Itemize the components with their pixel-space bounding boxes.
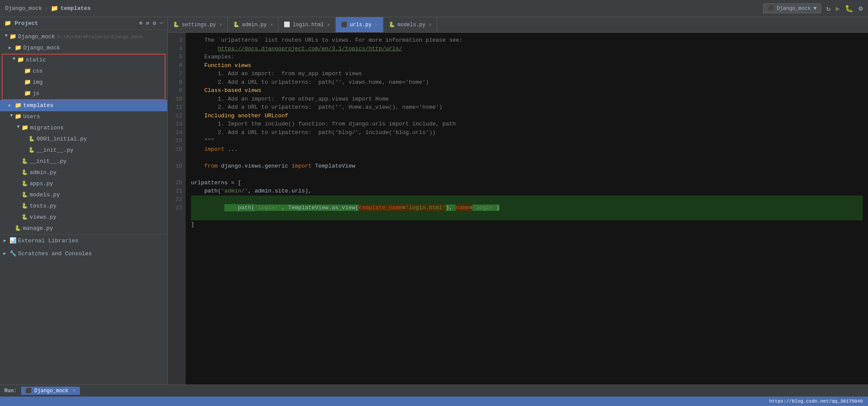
add-icon[interactable]: ⊕ bbox=[139, 20, 143, 27]
tree-django-mock[interactable]: ▶ 📁 Django_mock bbox=[0, 43, 167, 54]
gear-icon[interactable]: ⚙ bbox=[153, 20, 156, 27]
py-icon-init-migrations: 🐍 bbox=[28, 146, 35, 155]
tab-login-html[interactable]: ⬜ login.html × bbox=[279, 17, 336, 32]
sidebar-tree: ▶ 📁 Django_mock D:\PycharmProjects\Djang… bbox=[0, 30, 167, 385]
css-folder-icon: 📁 bbox=[24, 67, 31, 76]
django-mock-folder-icon: 📁 bbox=[15, 43, 21, 53]
tab-label-models: models.py bbox=[398, 22, 426, 28]
project-dropdown[interactable]: ⬛ Django_mock ▼ bbox=[763, 3, 821, 13]
code-line-16: import ... bbox=[191, 145, 863, 154]
sidebar-bottom: ▶ 📊 External Libraries ▶ 🔧 Scratches and… bbox=[0, 234, 167, 260]
tab-admin-py[interactable]: 🐍 admin.py × bbox=[228, 17, 279, 32]
sidebar: 📁 Project ⊕ ⇄ ⚙ — ▶ 📁 Django_mock D:\Pyc… bbox=[0, 17, 168, 385]
py-icon-init-users: 🐍 bbox=[21, 157, 28, 166]
tab-icon-admin: 🐍 bbox=[233, 21, 239, 28]
tab-settings-py[interactable]: 🐍 settings.py × bbox=[168, 17, 228, 32]
tree-models-py[interactable]: 🐍 models.py bbox=[0, 189, 167, 201]
tree-root[interactable]: ▶ 📁 Django_mock D:\PycharmProjects\Djang… bbox=[0, 31, 167, 43]
tree-static[interactable]: ▶ 📁 static bbox=[3, 55, 165, 66]
tab-icon-settings: 🐍 bbox=[173, 21, 179, 28]
code-editor[interactable]: 3 4 5 6 7 8 9 10 11 12 13 14 15 16 17 18… bbox=[168, 33, 868, 385]
refresh-icon[interactable]: ↻ bbox=[826, 4, 831, 13]
js-label: js bbox=[33, 89, 40, 98]
code-line-13: 1. Import the include() function: from d… bbox=[191, 120, 863, 128]
scratches-label: Scratches and Consoles bbox=[18, 249, 92, 259]
folder-icon: 📁 bbox=[51, 5, 58, 12]
run-icon[interactable]: ▶ bbox=[836, 4, 840, 13]
tab-label-settings: settings.py bbox=[182, 22, 216, 28]
tree-init-migrations[interactable]: 🐍 __init__.py bbox=[0, 145, 167, 156]
code-line-9: Class-based views bbox=[191, 86, 863, 95]
django-mock-label: Django_mock bbox=[23, 43, 60, 53]
tab-close-settings[interactable]: × bbox=[219, 22, 222, 27]
arrow-static: ▶ bbox=[9, 58, 18, 63]
tab-close-models[interactable]: × bbox=[429, 22, 432, 27]
tab-urls-py[interactable]: ⬛ urls.py × bbox=[336, 17, 383, 32]
scratches-and-consoles[interactable]: ▶ 🔧 Scratches and Consoles bbox=[0, 247, 167, 260]
tree-css[interactable]: 📁 css bbox=[3, 66, 165, 77]
code-line-7: 1. Add an import: from my_app import vie… bbox=[191, 70, 863, 78]
templates-folder-icon: 📁 bbox=[15, 101, 21, 110]
code-line-23: ] bbox=[191, 220, 863, 229]
title-bar: Django_mock › 📁 templates ⬛ Django_mock … bbox=[0, 0, 868, 17]
chevron-down-icon: ▼ bbox=[813, 6, 816, 12]
arrow-users: ▶ bbox=[6, 114, 16, 119]
tree-img[interactable]: 📁 img bbox=[3, 77, 165, 88]
tree-migrations[interactable]: ▶ 📁 migrations bbox=[0, 122, 167, 134]
code-content[interactable]: The `urlpatterns` list routes URLs to vi… bbox=[186, 33, 868, 385]
js-folder-icon: 📁 bbox=[24, 89, 31, 98]
line-numbers: 3 4 5 6 7 8 9 10 11 12 13 14 15 16 17 18… bbox=[168, 33, 186, 385]
debug-icon[interactable]: 🐛 bbox=[845, 4, 853, 13]
code-line-14: 2. Add a URL to urlpatterns: path('blog/… bbox=[191, 128, 863, 137]
py-icon-apps: 🐍 bbox=[21, 179, 28, 189]
tree-js[interactable]: 📁 js bbox=[3, 88, 165, 99]
tree-templates[interactable]: ▶ 📁 templates bbox=[0, 100, 167, 111]
status-url: https://blog.csdn.net/qq_38175040 bbox=[769, 399, 863, 404]
0001-label: 0001_initial.py bbox=[37, 134, 87, 144]
static-label: static bbox=[26, 55, 46, 65]
breadcrumb-separator: › bbox=[45, 5, 48, 12]
tree-users[interactable]: ▶ 📁 Users bbox=[0, 111, 167, 122]
dropdown-label: Django_mock bbox=[777, 6, 811, 12]
img-folder-icon: 📁 bbox=[24, 78, 31, 87]
ext-lib-icon: 📊 bbox=[9, 236, 16, 246]
admin-py-label: admin.py bbox=[30, 168, 56, 177]
tab-models-py[interactable]: 🐍 models.py × bbox=[383, 17, 437, 32]
editor-tabs: 🐍 settings.py × 🐍 admin.py × ⬜ login.htm… bbox=[168, 17, 868, 33]
code-line-5: Examples: bbox=[191, 53, 863, 61]
minimize-icon[interactable]: — bbox=[159, 20, 163, 27]
code-line-19 bbox=[191, 170, 863, 179]
init-users-label: __init__.py bbox=[30, 157, 67, 166]
tree-apps-py[interactable]: 🐍 apps.py bbox=[0, 178, 167, 189]
tab-close-urls[interactable]: × bbox=[375, 22, 378, 27]
code-line-17 bbox=[191, 153, 863, 162]
py-icon-manage: 🐍 bbox=[15, 224, 21, 233]
img-label: img bbox=[33, 78, 43, 87]
code-line-10: 1. Add an import: from other_app.views i… bbox=[191, 95, 863, 104]
users-label: Users bbox=[23, 112, 40, 122]
main-area: 📁 Project ⊕ ⇄ ⚙ — ▶ 📁 Django_mock D:\Pyc… bbox=[0, 17, 868, 385]
sync-icon[interactable]: ⇄ bbox=[146, 20, 150, 27]
external-libraries-label: External Libraries bbox=[18, 236, 78, 246]
templates-label: templates bbox=[23, 101, 53, 110]
tree-views-py[interactable]: 🐍 views.py bbox=[0, 212, 167, 223]
tree-init-users[interactable]: 🐍 __init__.py bbox=[0, 156, 167, 167]
tab-close-admin[interactable]: × bbox=[270, 22, 273, 27]
settings-icon[interactable]: ⚙ bbox=[859, 4, 863, 13]
tree-admin-py[interactable]: 🐍 admin.py bbox=[0, 167, 167, 178]
tree-manage-py[interactable]: 🐍 manage.py bbox=[0, 223, 167, 234]
py-icon-0001: 🐍 bbox=[28, 134, 35, 144]
external-libraries[interactable]: ▶ 📊 External Libraries bbox=[0, 235, 167, 247]
project-icon: 📁 bbox=[4, 20, 11, 27]
code-line-4: https://docs.djangoproject.com/en/3.1/to… bbox=[191, 45, 863, 53]
sidebar-title: Project bbox=[15, 20, 38, 27]
models-py-label: models.py bbox=[30, 190, 60, 200]
views-py-label: views.py bbox=[30, 213, 56, 222]
tab-close-login[interactable]: × bbox=[327, 22, 330, 27]
py-icon-models: 🐍 bbox=[21, 190, 28, 200]
run-tab-close[interactable]: × bbox=[73, 388, 76, 394]
run-tab[interactable]: ⬛ Django_mock × bbox=[21, 387, 80, 395]
tree-tests-py[interactable]: 🐍 tests.py bbox=[0, 201, 167, 212]
py-icon-tests: 🐍 bbox=[21, 201, 28, 211]
tree-0001[interactable]: 🐍 0001_initial.py bbox=[0, 134, 167, 145]
